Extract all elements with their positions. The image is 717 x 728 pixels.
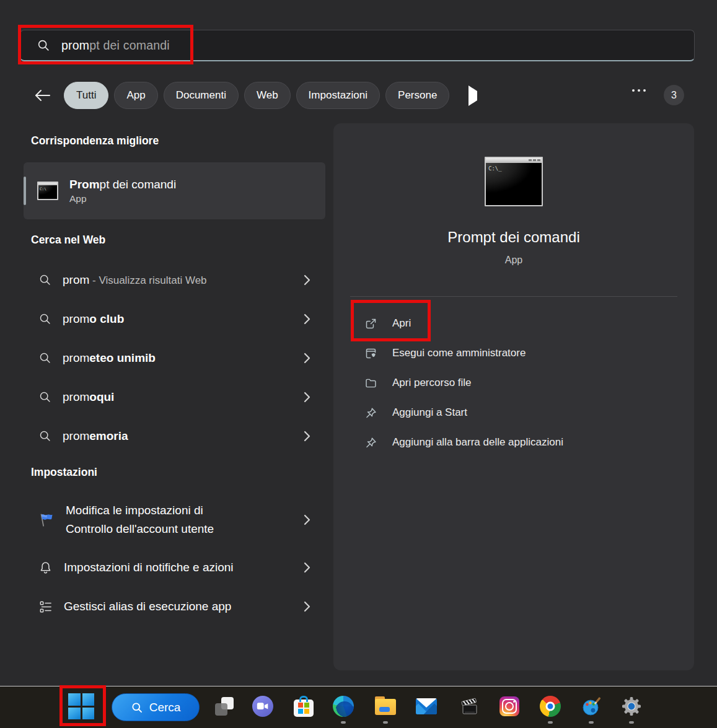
search-input[interactable]: prompt dei comandi — [20, 30, 695, 61]
action-open-file-location[interactable]: Apri percorso file — [364, 368, 682, 398]
app-alias-list-icon — [38, 600, 53, 614]
notification-count-badge[interactable]: 3 — [664, 85, 684, 105]
command-prompt-icon-large: C:\_ — [485, 157, 543, 206]
search-icon — [38, 429, 51, 442]
uac-flag-icon — [38, 512, 55, 528]
chrome-button[interactable] — [539, 695, 561, 717]
play-icon — [468, 86, 477, 106]
action-pin-to-taskbar[interactable]: Aggiungi alla barra delle applicazioni — [364, 428, 682, 457]
file-explorer-icon — [375, 699, 396, 716]
search-icon — [38, 273, 51, 286]
best-match-result[interactable]: C:\ Prompt dei comandi App — [24, 162, 325, 219]
running-indicator — [589, 721, 594, 724]
folder-icon — [364, 377, 377, 390]
mail-button[interactable] — [415, 695, 438, 717]
tab-tutti[interactable]: Tutti — [64, 82, 108, 109]
chevron-right-icon — [304, 274, 310, 286]
paint-button[interactable] — [580, 695, 602, 717]
tab-documenti[interactable]: Documenti — [164, 82, 239, 109]
running-indicator — [629, 721, 634, 724]
search-icon — [131, 701, 143, 714]
settings-result-row-notifications[interactable]: Impostazioni di notifiche e azioni — [24, 552, 325, 583]
paint-icon — [581, 696, 602, 717]
tab-web[interactable]: Web — [244, 82, 291, 109]
settings-result-label: Modifica le impostazioni diControllo del… — [66, 501, 293, 538]
start-button[interactable] — [68, 693, 94, 719]
instagram-button[interactable] — [498, 695, 521, 717]
running-indicator — [548, 721, 553, 724]
chevron-right-icon — [304, 562, 310, 573]
edge-icon — [333, 696, 354, 717]
web-search-heading: Cerca nel Web — [31, 234, 105, 247]
windows-search-overlay: prompt dei comandi Tutti App Documenti W… — [0, 0, 717, 728]
file-explorer-button[interactable] — [374, 695, 397, 717]
back-arrow-icon — [34, 89, 51, 102]
chevron-right-icon — [304, 431, 310, 442]
action-open[interactable]: Apri — [364, 309, 682, 338]
web-suggestion-row[interactable]: promemoria — [24, 416, 325, 455]
search-icon — [38, 351, 51, 364]
command-prompt-icon: C:\ — [37, 182, 58, 200]
web-suggestion-row[interactable]: prometeo unimib — [24, 338, 325, 377]
search-typed-text: prom — [61, 38, 89, 52]
search-text: prompt dei comandi — [61, 38, 170, 53]
filter-tabs: Tutti App Documenti Web Impostazioni Per… — [32, 81, 480, 110]
pin-icon — [364, 436, 377, 449]
mail-icon — [416, 698, 437, 714]
chat-button[interactable] — [252, 695, 274, 717]
taskbar-search-button[interactable]: Cerca — [112, 693, 200, 721]
more-tabs-arrow-button[interactable] — [466, 89, 480, 103]
running-indicator — [383, 721, 388, 724]
running-indicator — [341, 721, 346, 724]
tab-app[interactable]: App — [114, 82, 157, 109]
chrome-icon — [540, 696, 561, 717]
open-external-icon — [364, 317, 377, 330]
video-editor-button[interactable] — [458, 695, 480, 717]
web-suggestion-row[interactable]: promoqui — [24, 377, 325, 416]
settings-result-label: Gestisci alias di esecuzione app — [64, 600, 231, 613]
search-icon — [38, 390, 51, 403]
tab-impostazioni[interactable]: Impostazioni — [296, 82, 380, 109]
best-match-heading: Corrispondenza migliore — [31, 134, 159, 147]
edge-button[interactable] — [332, 695, 354, 717]
action-run-as-admin[interactable]: Esegui come amministratore — [364, 338, 682, 368]
task-view-icon — [214, 696, 234, 716]
windows-logo-icon — [68, 693, 81, 706]
search-icon — [38, 312, 51, 325]
pin-icon — [364, 406, 377, 419]
ellipsis-icon — [632, 89, 635, 92]
bell-icon — [38, 561, 53, 575]
chat-icon — [252, 696, 273, 717]
options-ellipsis-button[interactable] — [628, 89, 649, 92]
chevron-right-icon — [304, 601, 310, 612]
chevron-right-icon — [304, 392, 310, 403]
settings-result-row-uac[interactable]: Modifica le impostazioni diControllo del… — [24, 494, 325, 546]
search-completion-text: pt dei comandi — [89, 38, 170, 52]
tab-persone[interactable]: Persone — [385, 82, 449, 109]
divider — [350, 296, 677, 297]
microsoft-store-button[interactable] — [293, 695, 315, 717]
chevron-right-icon — [304, 353, 310, 364]
settings-section-heading: Impostazioni — [31, 466, 97, 479]
microsoft-store-icon — [294, 699, 314, 717]
settings-result-label: Impostazioni di notifiche e azioni — [64, 561, 234, 574]
task-view-button[interactable] — [213, 695, 235, 717]
preview-title: Prompt dei comandi — [333, 229, 694, 246]
web-suggestion-row[interactable]: prom - Visualizza risultati Web — [24, 260, 325, 299]
best-match-type: App — [69, 193, 176, 204]
action-list: Apri Esegui come amministratore Apri per… — [364, 309, 682, 457]
chevron-right-icon — [304, 314, 310, 325]
settings-button[interactable] — [620, 695, 643, 717]
clapperboard-icon — [459, 696, 480, 717]
settings-result-row-aliases[interactable]: Gestisci alias di esecuzione app — [24, 591, 325, 622]
taskbar-search-label: Cerca — [149, 701, 181, 714]
admin-shield-icon — [364, 347, 377, 360]
chevron-right-icon — [304, 514, 310, 525]
preview-type: App — [333, 255, 694, 266]
back-button[interactable] — [32, 85, 53, 106]
instagram-icon — [499, 696, 519, 716]
taskbar — [0, 686, 717, 728]
selection-indicator — [24, 177, 26, 205]
web-suggestion-row[interactable]: promo club — [24, 299, 325, 338]
action-pin-to-start[interactable]: Aggiungi a Start — [364, 398, 682, 428]
